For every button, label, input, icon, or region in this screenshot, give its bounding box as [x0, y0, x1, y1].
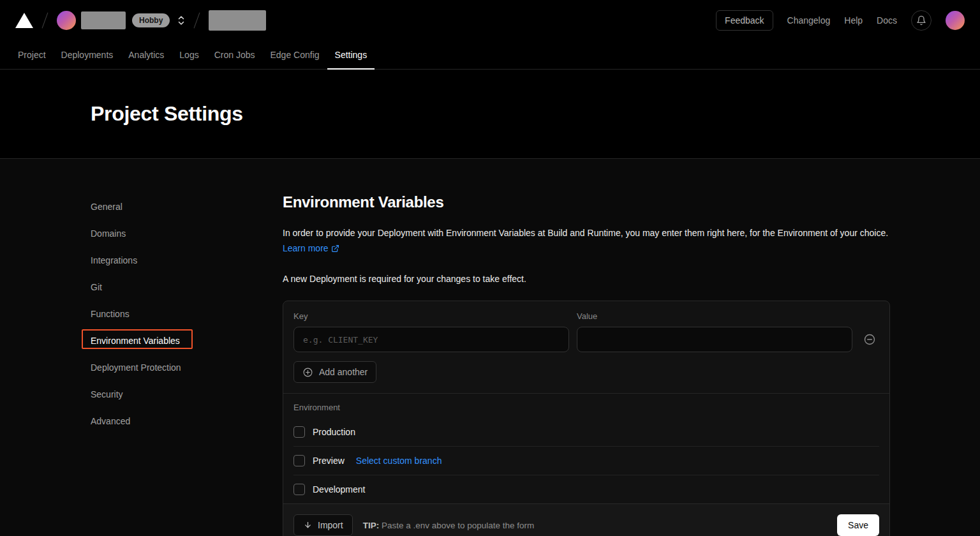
scope-switcher-icon[interactable] — [177, 15, 185, 26]
page-header: Project Settings — [0, 70, 980, 159]
import-button[interactable]: Import — [293, 514, 353, 536]
key-field-group: Key — [293, 311, 569, 352]
save-button[interactable]: Save — [837, 514, 879, 536]
tip-label: TIP: — [363, 521, 380, 530]
tab-logs[interactable]: Logs — [172, 41, 206, 70]
key-input[interactable] — [293, 327, 569, 352]
redeploy-note: A new Deployment is required for your ch… — [283, 271, 890, 287]
feedback-button[interactable]: Feedback — [716, 10, 773, 31]
description-text: In order to provide your Deployment with… — [283, 228, 888, 238]
environment-label: Environment — [293, 403, 879, 412]
help-link[interactable]: Help — [844, 15, 863, 26]
team-name-redacted[interactable] — [81, 11, 126, 29]
sidebar-item-deployment-protection[interactable]: Deployment Protection — [91, 354, 283, 381]
team-avatar[interactable] — [57, 11, 76, 30]
tab-analytics[interactable]: Analytics — [121, 41, 172, 70]
tab-deployments[interactable]: Deployments — [54, 41, 121, 70]
download-arrow-icon — [303, 521, 313, 530]
settings-sidebar: General Domains Integrations Git Functio… — [91, 193, 283, 536]
breadcrumb-slash — [194, 13, 200, 29]
key-value-section: Key Value — [283, 301, 889, 393]
environment-row-preview: Preview Select custom branch — [293, 446, 879, 475]
environment-section: Environment Production Preview Select cu… — [283, 394, 889, 503]
sidebar-item-label: Environment Variables — [91, 336, 180, 346]
tab-settings[interactable]: Settings — [327, 41, 375, 70]
development-checkbox[interactable] — [293, 484, 305, 495]
project-tabs: Project Deployments Analytics Logs Cron … — [0, 41, 980, 69]
user-avatar[interactable] — [946, 11, 965, 30]
top-bar: Hobby Feedback Changelog Help Docs — [0, 0, 980, 41]
production-checkbox[interactable] — [293, 426, 305, 438]
sidebar-item-advanced[interactable]: Advanced — [91, 408, 283, 435]
card-footer: Import TIP: Paste a .env above to popula… — [283, 503, 889, 536]
sidebar-item-environment-variables[interactable]: Environment Variables — [91, 327, 283, 354]
sidebar-item-git[interactable]: Git — [91, 274, 283, 301]
development-label: Development — [313, 484, 366, 495]
changelog-link[interactable]: Changelog — [787, 15, 831, 26]
topbar-actions: Feedback Changelog Help Docs — [716, 10, 965, 31]
tab-project[interactable]: Project — [10, 41, 54, 70]
learn-more-label: Learn more — [283, 243, 329, 253]
settings-content: General Domains Integrations Git Functio… — [0, 159, 980, 536]
preview-label: Preview — [313, 456, 345, 466]
preview-checkbox[interactable] — [293, 455, 305, 466]
tab-edge-config[interactable]: Edge Config — [262, 41, 327, 70]
notifications-bell-icon[interactable] — [911, 10, 932, 31]
sidebar-item-general[interactable]: General — [91, 193, 283, 220]
sidebar-item-functions[interactable]: Functions — [91, 301, 283, 327]
plus-circle-icon — [302, 367, 313, 378]
learn-more-link[interactable]: Learn more — [283, 243, 339, 253]
value-input[interactable] — [577, 327, 852, 352]
breadcrumb-slash — [42, 13, 48, 29]
value-label: Value — [577, 311, 852, 321]
tip-text: TIP: Paste a .env above to populate the … — [363, 521, 535, 530]
env-var-form-card: Key Value — [283, 301, 890, 536]
tab-cron-jobs[interactable]: Cron Jobs — [207, 41, 263, 70]
environment-variables-panel: Environment Variables In order to provid… — [283, 193, 890, 536]
remove-row-button[interactable] — [860, 327, 879, 352]
key-label: Key — [293, 311, 569, 321]
sidebar-item-security[interactable]: Security — [91, 381, 283, 408]
environment-row-production: Production — [293, 417, 879, 446]
sidebar-item-domains[interactable]: Domains — [91, 220, 283, 247]
key-value-row: Key Value — [293, 311, 879, 352]
plan-badge: Hobby — [132, 13, 170, 27]
top-navigation: Hobby Feedback Changelog Help Docs Proje… — [0, 0, 980, 70]
sidebar-item-integrations[interactable]: Integrations — [91, 247, 283, 274]
tip-body: Paste a .env above to populate the form — [379, 521, 534, 530]
external-link-icon — [331, 242, 339, 257]
add-another-label: Add another — [319, 367, 368, 377]
production-label: Production — [313, 427, 355, 437]
project-name-redacted[interactable] — [209, 10, 266, 31]
page-title: Project Settings — [91, 102, 243, 126]
vercel-logo-icon[interactable] — [15, 13, 33, 28]
environment-row-development: Development — [293, 475, 879, 503]
value-field-group: Value — [577, 311, 852, 352]
import-label: Import — [318, 520, 343, 530]
select-custom-branch-link[interactable]: Select custom branch — [356, 456, 442, 466]
section-title: Environment Variables — [283, 193, 890, 211]
add-another-button[interactable]: Add another — [293, 361, 376, 383]
docs-link[interactable]: Docs — [877, 15, 897, 26]
section-description: In order to provide your Deployment with… — [283, 225, 890, 257]
